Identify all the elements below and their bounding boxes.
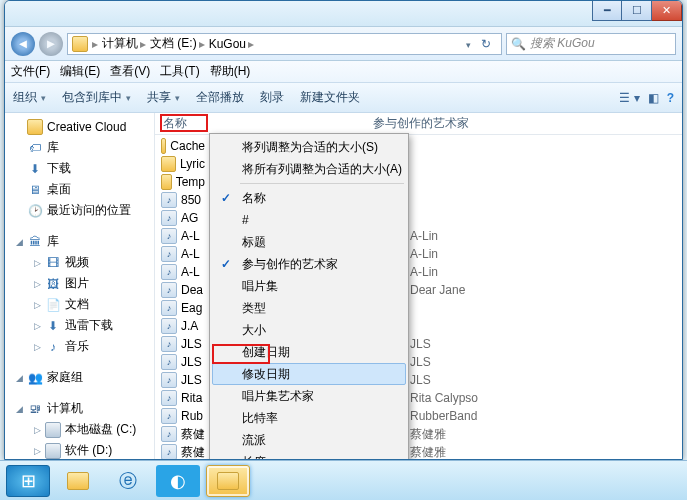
audio-file-icon: ♪ [161,390,177,406]
file-row[interactable]: ♪J.A [155,317,205,335]
column-header-name[interactable]: 名称 [163,115,373,132]
ctx-col-album-artist[interactable]: 唱片集艺术家 [212,385,406,407]
sidebar-item-music[interactable]: ▷♪音乐 [5,336,154,357]
explorer-window: ━ ☐ ✕ ◄ ► ▸ 计算机 ▸ 文档 (E:) ▸ KuGou ▸ ↻ 🔍 … [4,0,683,460]
include-lib-button[interactable]: 包含到库中 [62,89,131,106]
file-row[interactable]: ♪JLS [155,353,205,371]
file-name: A-L [181,265,200,279]
file-name: A-L [181,247,200,261]
burn-button[interactable]: 刻录 [260,89,284,106]
audio-file-icon: ♪ [161,354,177,370]
ctx-fit-column[interactable]: 将列调整为合适的大小(S) [212,136,406,158]
sidebar-item-desktop[interactable]: 🖥桌面 [5,179,154,200]
ctx-col-name[interactable]: ✓名称 [212,187,406,209]
file-name: Rub [181,409,203,423]
titlebar[interactable]: ━ ☐ ✕ [5,1,682,27]
file-name: Cache [170,139,205,153]
back-button[interactable]: ◄ [11,32,35,56]
file-row[interactable]: ♪JLS [155,335,205,353]
file-row[interactable]: ♪JLS [155,371,205,389]
view-mode-icon[interactable]: ☰ ▾ [619,91,639,105]
breadcrumb[interactable]: 计算机 ▸ [102,35,146,52]
breadcrumb[interactable]: KuGou ▸ [209,37,254,51]
ctx-col-artist[interactable]: ✓参与创作的艺术家 [212,253,406,275]
ctx-col-size[interactable]: 大小 [212,319,406,341]
ctx-col-title[interactable]: 标题 [212,231,406,253]
sidebar-item-recent[interactable]: 🕑最近访问的位置 [5,200,154,221]
file-row[interactable]: ♪AG [155,209,205,227]
sidebar-item-video[interactable]: ▷🎞视频 [5,252,154,273]
help-icon[interactable]: ? [667,91,674,105]
sidebar-item-xunlei[interactable]: ▷⬇迅雷下载 [5,315,154,336]
file-row[interactable]: ♪蔡健 [155,443,205,459]
column-header-artist[interactable]: 参与创作的艺术家 [373,115,682,132]
file-list-pane: 名称 参与创作的艺术家 CacheLyricTemp♪850♪AG♪A-L♪A-… [155,113,682,459]
sidebar-item-drive-c[interactable]: ▷本地磁盘 (C:) [5,419,154,440]
sidebar-item-pictures[interactable]: ▷🖼图片 [5,273,154,294]
file-row[interactable]: Lyric [155,155,205,173]
sidebar-homegroup[interactable]: ◢👥家庭组 [5,367,154,388]
file-row[interactable]: ♪A-L [155,263,205,281]
ctx-col-bitrate[interactable]: 比特率 [212,407,406,429]
addr-dropdown-icon[interactable] [466,37,471,51]
sidebar-libraries[interactable]: ◢🏛库 [5,231,154,252]
file-row[interactable]: Cache [155,137,205,155]
close-button[interactable]: ✕ [652,1,682,21]
file-row[interactable]: ♪850 [155,191,205,209]
ctx-col-hash[interactable]: # [212,209,406,231]
file-row[interactable]: ♪Rita [155,389,205,407]
file-row[interactable]: ♪A-L [155,227,205,245]
address-bar[interactable]: ▸ 计算机 ▸ 文档 (E:) ▸ KuGou ▸ ↻ [67,33,502,55]
file-row[interactable]: ♪Dea [155,281,205,299]
file-row[interactable]: ♪A-L [155,245,205,263]
organize-button[interactable]: 组织 [13,89,46,106]
forward-button[interactable]: ► [39,32,63,56]
taskbar-kugou-icon[interactable]: ◐ [156,465,200,497]
taskbar-folder-icon[interactable] [56,465,100,497]
maximize-button[interactable]: ☐ [622,1,652,21]
audio-file-icon: ♪ [161,282,177,298]
menu-file[interactable]: 文件(F) [11,63,50,80]
folder-icon [161,138,166,154]
sidebar-item-lib-fav[interactable]: 🏷库 [5,137,154,158]
menu-help[interactable]: 帮助(H) [210,63,251,80]
share-button[interactable]: 共享 [147,89,180,106]
refresh-button[interactable]: ↻ [475,37,497,51]
file-row[interactable]: ♪Eag [155,299,205,317]
sidebar-item-creative-cloud[interactable]: Creative Cloud [5,117,154,137]
search-icon: 🔍 [511,37,526,51]
file-row[interactable]: ♪Rub [155,407,205,425]
ctx-fit-all-columns[interactable]: 将所有列调整为合适的大小(A) [212,158,406,180]
file-name: Lyric [180,157,205,171]
ctx-col-genre[interactable]: 流派 [212,429,406,451]
menu-tools[interactable]: 工具(T) [160,63,199,80]
ctx-col-date-modified[interactable]: 修改日期 [212,363,406,385]
start-button[interactable]: ⊞ [6,465,50,497]
file-row[interactable]: ♪蔡健 [155,425,205,443]
sidebar-item-documents[interactable]: ▷📄文档 [5,294,154,315]
preview-pane-icon[interactable]: ◧ [648,91,659,105]
new-folder-button[interactable]: 新建文件夹 [300,89,360,106]
sidebar-item-downloads[interactable]: ⬇下载 [5,158,154,179]
file-name: JLS [181,337,202,351]
artist-cell [410,209,672,227]
audio-file-icon: ♪ [161,336,177,352]
file-name: J.A [181,319,198,333]
audio-file-icon: ♪ [161,192,177,208]
menu-edit[interactable]: 编辑(E) [60,63,100,80]
breadcrumb[interactable]: 文档 (E:) ▸ [150,35,205,52]
minimize-button[interactable]: ━ [592,1,622,21]
sidebar-computer[interactable]: ◢🖳计算机 [5,398,154,419]
search-input[interactable]: 🔍 搜索 KuGou [506,33,676,55]
taskbar-ie-icon[interactable]: ⓔ [106,465,150,497]
taskbar-explorer-active[interactable] [206,465,250,497]
file-row[interactable]: Temp [155,173,205,191]
sidebar-item-drive-d[interactable]: ▷软件 (D:) [5,440,154,459]
menu-view[interactable]: 查看(V) [110,63,150,80]
ctx-col-date-created[interactable]: 创建日期 [212,341,406,363]
ctx-col-length[interactable]: 长度 [212,451,406,459]
artist-cell: JLS [410,371,672,389]
ctx-col-type[interactable]: 类型 [212,297,406,319]
play-all-button[interactable]: 全部播放 [196,89,244,106]
ctx-col-album[interactable]: 唱片集 [212,275,406,297]
